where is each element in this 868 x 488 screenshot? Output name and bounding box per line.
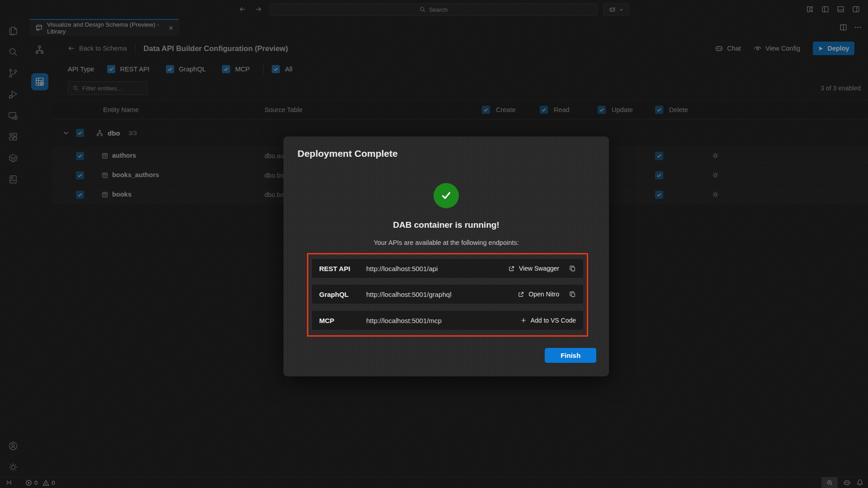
finish-button[interactable]: Finish [545, 348, 596, 363]
endpoint-url: http://localhost:5001/api [366, 265, 438, 272]
endpoint-label: MCP [319, 317, 366, 324]
plus-icon [520, 317, 527, 324]
add-to-vscode-button[interactable]: Add to VS Code [520, 317, 576, 324]
vscode-window: Search [0, 0, 868, 488]
open-nitro-button[interactable]: Open Nitro [518, 291, 559, 298]
endpoint-action-label: Open Nitro [528, 291, 559, 298]
modal-title: Deployment Complete [297, 148, 398, 159]
endpoint-url: http://localhost:5001/graphql [366, 291, 451, 298]
copy-icon[interactable] [569, 265, 576, 272]
success-check-icon [434, 183, 459, 208]
endpoint-row-graphql: GraphQL http://localhost:5001/graphql Op… [312, 285, 583, 304]
endpoint-action-label: Add to VS Code [531, 317, 576, 324]
endpoint-url: http://localhost:5001/mcp [366, 317, 442, 324]
endpoint-row-rest: REST API http://localhost:5001/api View … [312, 259, 583, 278]
modal-heading: DAB container is running! [283, 220, 609, 230]
view-swagger-button[interactable]: View Swagger [508, 265, 559, 272]
endpoints-highlight-box: REST API http://localhost:5001/api View … [307, 253, 588, 337]
modal-subheading: Your APIs are available at the following… [283, 239, 609, 246]
endpoint-action-label: View Swagger [519, 265, 559, 272]
external-link-icon [508, 265, 515, 272]
deployment-complete-modal: Deployment Complete DAB container is run… [283, 136, 609, 376]
copy-icon[interactable] [569, 291, 576, 298]
endpoint-row-mcp: MCP http://localhost:5001/mcp Add to VS … [312, 311, 583, 330]
endpoint-label: GraphQL [319, 291, 366, 298]
endpoint-label: REST API [319, 265, 366, 272]
external-link-icon [518, 291, 524, 298]
